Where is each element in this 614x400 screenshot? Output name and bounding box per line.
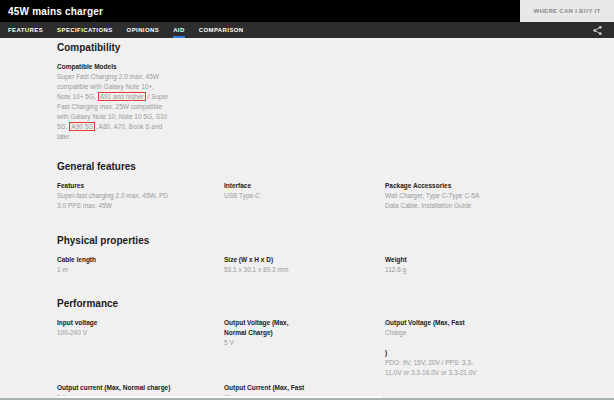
spec-value: Super-fast charging 2.0 max. 45W, PD 3.0…	[57, 191, 175, 211]
spec-item-output-voltage-fast: Output Voltage (Max, Fast Charge ) PDO: …	[385, 318, 614, 378]
spec-item-output-voltage-normal: Output Voltage (Max, Normal Charge) 5 V	[224, 318, 385, 378]
spec-item-package-accessories: Package Accessories Wall Charger, Type C…	[385, 181, 614, 211]
spec-label-paren: )	[385, 348, 489, 358]
tab-comparison[interactable]: COMPARISON	[199, 22, 244, 38]
where-to-buy-button[interactable]: WHERE CAN I BUY IT	[520, 0, 614, 22]
compatibility-heading: Compatibility	[57, 41, 614, 54]
spec-label: Input voltage	[57, 318, 175, 328]
physical-properties-heading: Physical properties	[57, 234, 614, 247]
spec-label: Output Voltage (Max, Fast	[385, 318, 489, 328]
spec-value: 1 m	[57, 265, 175, 275]
product-title: 45W mains charger	[0, 6, 103, 17]
spec-value: PDO: 9V, 15V, 20V / PPS: 3.3-11.0V or 3.…	[385, 358, 489, 378]
section-general-features: General features Features Super-fast cha…	[57, 160, 614, 211]
section-compatibility: Compatibility Compatible Models Super Fa…	[57, 41, 614, 142]
spec-value: 100-240 V	[57, 328, 175, 338]
red-annotation-box-a91: A91 and higher	[98, 92, 146, 101]
share-icon[interactable]	[592, 25, 603, 36]
section-physical-properties: Physical properties Cable length 1 m Siz…	[57, 234, 614, 275]
spec-value: USB Type-C	[224, 191, 312, 201]
product-header: 45W mains charger WHERE CAN I BUY IT	[0, 0, 614, 22]
red-annotation-box-a90: A90 5G	[69, 122, 95, 131]
spacer	[385, 338, 614, 348]
spec-label: Weight	[385, 255, 489, 265]
tab-aid[interactable]: AID	[173, 22, 185, 38]
spec-item-size: Size (W x H x D) 53.1 x 30.1 x 89.3 mm	[224, 255, 385, 275]
section-performance: Performance Input voltage 100-240 V Outp…	[57, 297, 614, 400]
spec-label: Interface	[224, 181, 312, 191]
spec-item-interface: Interface USB Type-C	[224, 181, 385, 211]
spec-item-input-voltage: Input voltage 100-240 V	[57, 318, 224, 378]
tab-opinions[interactable]: OPINIONS	[127, 22, 160, 38]
general-features-heading: General features	[57, 160, 614, 173]
spec-label: Output Current (Max, Fast	[224, 383, 312, 393]
spec-item-cable-length: Cable length 1 m	[57, 255, 224, 275]
spec-label: Cable length	[57, 255, 175, 265]
specifications-content: Compatibility Compatible Models Super Fa…	[0, 38, 614, 400]
compatible-models-text: Super Fast Charging 2.0 max. 45W compati…	[57, 72, 169, 142]
tab-specifications[interactable]: SPECIFICATIONS	[57, 22, 113, 38]
spec-label: Output current (Max, Normal charge)	[57, 383, 175, 393]
spec-value: 5 V	[224, 338, 312, 348]
spec-item-features: Features Super-fast charging 2.0 max. 45…	[57, 181, 224, 211]
spec-value: 112.6 g	[385, 265, 489, 275]
spec-item-weight: Weight 112.6 g	[385, 255, 614, 275]
spec-label: Size (W x H x D)	[224, 255, 312, 265]
spec-label: Package Accessories	[385, 181, 489, 191]
spec-label: Output Voltage (Max, Normal Charge)	[224, 318, 312, 338]
spec-value: Wall Charger, Type C-Type C-5A Data Cabl…	[385, 191, 489, 211]
tab-features[interactable]: FEATURES	[8, 22, 43, 38]
spec-label-continuation: Charge	[385, 328, 489, 338]
spec-value: 53.1 x 30.1 x 89.3 mm	[224, 265, 312, 275]
spec-label: Features	[57, 181, 175, 191]
compatible-models-label: Compatible Models	[57, 62, 614, 72]
section-nav: FEATURES SPECIFICATIONS OPINIONS AID COM…	[0, 22, 614, 38]
performance-heading: Performance	[57, 297, 614, 310]
